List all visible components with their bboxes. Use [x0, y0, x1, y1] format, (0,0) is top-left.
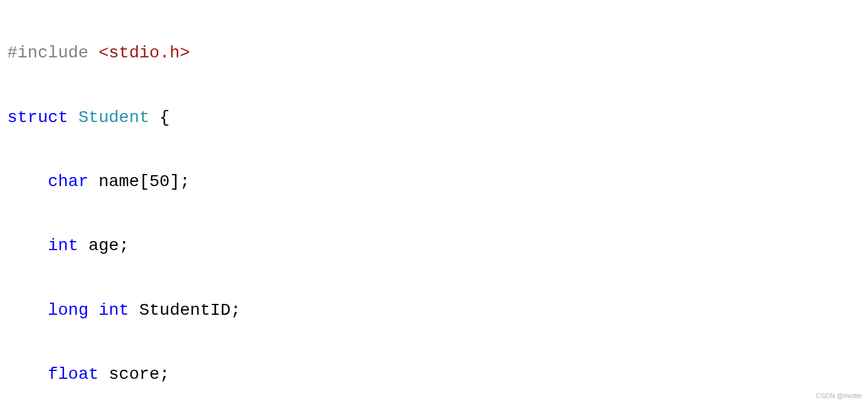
bracket-close: ] — [170, 172, 180, 191]
code-line-1: #include <stdio.h> — [0, 37, 868, 69]
struct-keyword: struct — [7, 108, 68, 127]
indent — [7, 365, 48, 384]
preproc-include: #include — [7, 44, 88, 62]
code-line-6: float score; — [0, 358, 868, 390]
indent — [7, 236, 48, 255]
watermark: CSDN @mottte — [816, 390, 862, 402]
field-name: name — [98, 172, 139, 191]
type-name: Student — [79, 108, 150, 127]
semicolon: ; — [119, 236, 129, 255]
type-float: float — [48, 365, 98, 384]
code-line-5: long int StudentID; — [0, 294, 868, 326]
type-int: int — [48, 236, 78, 255]
array-size: 50 — [149, 172, 170, 191]
open-brace: { — [159, 108, 170, 127]
indent — [7, 172, 48, 191]
type-int: int — [98, 301, 129, 320]
code-line-3: char name[50]; — [0, 166, 868, 198]
type-char: char — [48, 172, 88, 191]
semicolon: ; — [159, 365, 170, 384]
header-open: < — [98, 44, 109, 62]
semicolon: ; — [231, 301, 241, 320]
header-name: stdio.h — [109, 44, 180, 62]
code-line-2: struct Student { — [0, 102, 868, 134]
code-block: #include <stdio.h> struct Student { char… — [0, 0, 868, 406]
field-studentid: StudentID — [139, 301, 230, 320]
field-score: score — [109, 365, 159, 384]
code-line-4: int age; — [0, 230, 868, 262]
header-close: > — [180, 44, 190, 62]
indent — [7, 301, 48, 320]
field-age: age — [88, 236, 118, 255]
bracket-open: [ — [139, 172, 149, 191]
semicolon: ; — [180, 172, 190, 191]
type-long: long — [48, 301, 88, 320]
